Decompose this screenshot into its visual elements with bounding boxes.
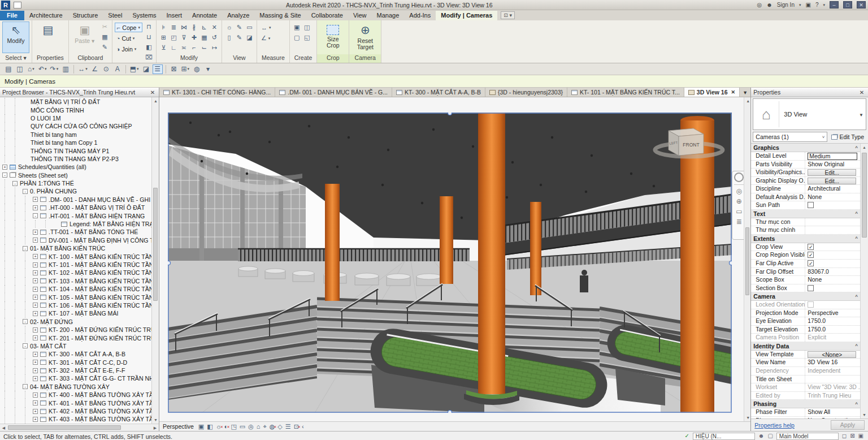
tree-item[interactable]: MỐC CÔNG TRÌNH <box>0 106 159 114</box>
ribbon-tab-collaborate[interactable]: Collaborate <box>306 11 348 20</box>
dropdown-icon[interactable]: ▾ <box>85 67 88 71</box>
scroll-down-icon[interactable]: ▼ <box>744 414 750 421</box>
tree-item[interactable]: THÔNG TIN THANG MÁY P2-P3 <box>0 155 159 163</box>
scroll-up-icon[interactable]: ▲ <box>152 97 159 105</box>
expand-icon[interactable]: + <box>33 368 38 373</box>
undo-icon[interactable]: ↶▾ <box>37 64 48 74</box>
property-value[interactable]: View "3D View: 3D ... <box>805 383 860 391</box>
measure-button[interactable]: ↔▾ <box>259 23 273 32</box>
expand-icon[interactable]: + <box>33 376 38 381</box>
scroll-up-icon[interactable]: ▲ <box>861 144 868 151</box>
cope-button[interactable]: ⌐Cope▾ <box>115 23 142 32</box>
collapse-icon[interactable]: - <box>12 181 18 186</box>
tree-item[interactable]: +KT- 303 - MẶT CẮT G-G- CT TRẦN NHÔM CA <box>0 374 159 382</box>
ribbon-tab-view[interactable]: View <box>348 11 372 20</box>
expand-icon[interactable]: + <box>2 165 7 170</box>
property-value[interactable]: None <box>805 193 860 201</box>
render-icon[interactable]: ✎ <box>235 23 244 32</box>
project-browser-vscrollbar[interactable]: ▲ ▼ <box>151 97 159 424</box>
properties-vscrollbar[interactable]: ▲ ▼ <box>860 144 868 419</box>
mirror-icon[interactable]: ⋈ <box>179 23 189 32</box>
help-icon[interactable]: ? <box>815 2 819 8</box>
dropdown-icon[interactable]: ▾ <box>133 36 135 41</box>
orbit-icon[interactable]: ⊕ <box>736 197 742 205</box>
design-option-field[interactable]: Main Model <box>776 433 839 440</box>
tree-item[interactable]: +KT- 200 - MẶT ĐỨNG KIẾN TRÚC TRỤC 1-10, <box>0 326 159 334</box>
section-header-text[interactable]: Text^ <box>751 210 860 218</box>
ribbon-tab-insert[interactable]: Insert <box>162 11 188 20</box>
properties-help-link[interactable]: Properties help <box>754 422 795 429</box>
collapse-icon[interactable]: - <box>23 384 28 389</box>
default-3d-view-icon[interactable]: ⬒▾ <box>129 64 140 74</box>
tree-item[interactable]: -Sheets (Sheet set) <box>0 171 159 179</box>
properties-close-icon[interactable]: ✕ <box>858 89 866 96</box>
view-tab-active[interactable]: 3D View 16✕ <box>684 88 740 97</box>
dropdown-icon[interactable]: ▾ <box>134 47 137 51</box>
aligned-dimension-icon[interactable]: ∠ <box>90 64 100 74</box>
collapse-chevron-icon[interactable]: ^ <box>855 402 858 407</box>
ribbon-tab-add-ins[interactable]: Add-Ins <box>404 11 436 20</box>
pin-icon[interactable]: ⌖ <box>263 422 267 430</box>
switch-windows-icon[interactable]: ⊞▾ <box>180 64 191 74</box>
orange-column-center[interactable] <box>478 113 505 394</box>
tree-item[interactable]: +KT- 106 - MẶT BẰNG KIẾN TRÚC TẦNG TUM <box>0 301 159 309</box>
unhide-icon[interactable]: ▯ <box>224 33 234 42</box>
dropdown-icon[interactable]: ▾ <box>57 67 59 71</box>
thin-lines-icon[interactable]: ☰ <box>153 64 163 74</box>
view-tab-inactive[interactable]: KT- 101 - MẶT BẰNG KIẾN TRÚC T... <box>567 88 684 97</box>
paste-button[interactable]: ▣Paste ▾ <box>71 21 98 53</box>
property-value[interactable]: Show All <box>805 408 860 416</box>
view-tab-inactive[interactable]: {3D - hieunguyensj2303} <box>485 88 567 97</box>
property-value[interactable]: None <box>805 276 860 284</box>
dropdown-icon[interactable]: ▾ <box>269 25 271 30</box>
displaced-elements-icon[interactable]: ◇ <box>277 422 282 430</box>
tree-item[interactable]: +KT- 104 - MẶT BẰNG KIẾN TRÚC TẦNG 4 <box>0 285 159 293</box>
expand-icon[interactable]: + <box>33 327 38 333</box>
press-drag-icon[interactable]: ⊠ <box>850 432 854 440</box>
graphic-display-o-button[interactable]: Edit... <box>808 178 856 184</box>
properties-toggle-button[interactable]: ▤ <box>34 21 62 53</box>
property-value[interactable]: <None> <box>805 351 860 359</box>
tree-item[interactable]: +KT- 100 - MẶT BẰNG KIẾN TRÚC TẦNG HẦM <box>0 252 159 260</box>
measure-icon[interactable]: ↔▾ <box>77 64 89 74</box>
split-gap-icon[interactable]: ≍ <box>179 43 189 53</box>
tree-item[interactable]: +KT- 103 - MẶT BẰNG KIẾN TRÚC TẦNG 3 <box>0 277 159 285</box>
collapse-icon[interactable]: - <box>2 172 7 178</box>
tree-item[interactable]: +KT- 107 - MẶT BẰNG MÁI <box>0 309 159 317</box>
help-dropdown-icon[interactable]: ▾ <box>823 3 825 7</box>
property-value[interactable]: ✓ <box>805 243 860 251</box>
copy-to-clipboard-icon[interactable]: ▦ <box>100 33 110 42</box>
collapse-icon[interactable]: - <box>23 319 28 324</box>
property-value[interactable]: Edit... <box>805 169 860 176</box>
copy-icon[interactable]: ▦ <box>199 33 209 42</box>
orange-column[interactable] <box>530 202 541 295</box>
property-value[interactable]: Edit... <box>805 177 860 185</box>
viewcube-front-label[interactable]: FRONT <box>683 142 699 148</box>
dropdown-icon[interactable]: ▾ <box>138 25 140 30</box>
tree-item[interactable]: MẶT BẰNG VỊ TRÍ Ô ĐẤT <box>0 98 159 106</box>
crop-region-icon[interactable]: ▭ <box>240 422 245 430</box>
tree-item[interactable]: +DV-001 - MẶT BẰNG ĐỊNH VỊ CÔNG TRÌNH <box>0 236 159 244</box>
project-browser-close-icon[interactable]: ✕ <box>149 89 157 96</box>
tree-item[interactable]: +KT- 101 - MẶT BẰNG KIẾN TRÚC TẦNG 1 <box>0 261 159 269</box>
type-selector-dropdown-icon[interactable]: ▼ <box>859 113 863 118</box>
expand-icon[interactable]: + <box>33 270 38 275</box>
collapse-icon[interactable]: - <box>23 246 28 251</box>
section-header-graphics[interactable]: Graphics^ <box>751 144 860 152</box>
properties-header[interactable]: Properties ✕ <box>751 88 868 97</box>
property-value[interactable]: 1750.0 <box>805 317 860 325</box>
worksharing-display-icon[interactable]: ▢ <box>767 432 772 440</box>
apply-button[interactable]: Apply <box>831 420 865 430</box>
detail-level-input[interactable]: Medium <box>808 153 857 160</box>
tag-icon[interactable]: ⊙ <box>101 64 111 74</box>
join-geometry-button[interactable]: ◑Join▾ <box>115 44 142 54</box>
rendered-view-icon[interactable]: ◎ <box>248 422 254 430</box>
pin-icon[interactable]: ⊽ <box>179 33 189 42</box>
property-value[interactable] <box>805 301 860 309</box>
ribbon-tab-systems[interactable]: Systems <box>127 11 161 20</box>
property-value[interactable]: Show Original <box>805 161 860 169</box>
expand-icon[interactable]: + <box>33 352 38 357</box>
scroll-up-icon[interactable]: ▲ <box>744 97 750 105</box>
tree-item[interactable]: Thiet bi tang ham Copy 1 <box>0 139 159 146</box>
filter-combo-dropdown-icon[interactable]: ˅ <box>822 135 825 140</box>
